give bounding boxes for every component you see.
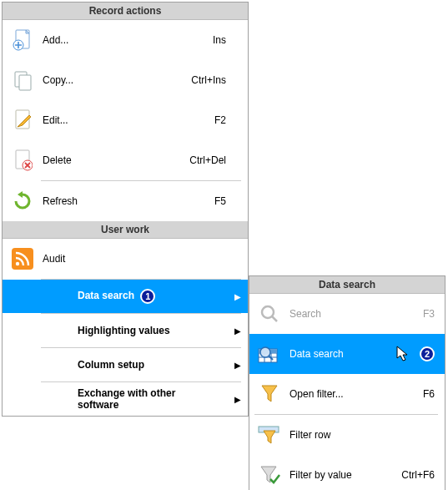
menu-label: Filter by value: [284, 469, 388, 481]
menu-label: Add...: [38, 34, 179, 46]
section-header-record: Record actions: [3, 3, 248, 20]
annotation-badge-2: 2: [388, 346, 438, 361]
menu-label: Column setup: [38, 359, 179, 371]
menu-item-search[interactable]: Search F3: [249, 294, 445, 334]
submenu-arrow-icon: ▶: [229, 292, 241, 301]
submenu-arrow-icon: ▶: [229, 395, 241, 404]
grid-magnifier-icon: [254, 343, 284, 365]
menu-item-exchange[interactable]: Exchange with other software ▶: [3, 382, 248, 416]
menu-label: Edit...: [38, 114, 179, 126]
svg-rect-3: [19, 75, 31, 90]
magnifier-icon: [254, 303, 284, 325]
main-context-menu: Record actions Add... Ins Copy... Ctrl+I…: [2, 2, 249, 417]
menu-item-filter-by-value[interactable]: Filter by value Ctrl+F6: [249, 455, 445, 490]
menu-shortcut: Ctrl+F6: [388, 469, 438, 481]
menu-item-sub-data-search[interactable]: Data search 2: [249, 334, 445, 374]
menu-shortcut: F5: [179, 195, 229, 207]
submenu-arrow-icon: ▶: [229, 326, 241, 336]
data-search-submenu: Data search Search F3 Data search 2 Open…: [249, 275, 445, 490]
menu-label: Refresh: [38, 195, 179, 207]
menu-item-copy[interactable]: Copy... Ctrl+Ins: [3, 60, 248, 100]
funnel-row-icon: [254, 424, 284, 446]
menu-shortcut: F6: [388, 388, 438, 400]
menu-shortcut: Ins: [179, 34, 229, 46]
svg-point-8: [16, 262, 19, 265]
menu-label: Data search: [284, 348, 388, 360]
menu-label: Copy...: [38, 74, 179, 86]
menu-label: Exchange with other software: [38, 387, 179, 411]
menu-shortcut: F2: [179, 114, 229, 126]
menu-item-column-setup[interactable]: Column setup ▶: [3, 348, 248, 381]
annotation-badge-1: 1: [140, 289, 155, 304]
menu-item-audit[interactable]: Audit: [3, 239, 248, 279]
funnel-check-icon: [254, 464, 284, 486]
menu-shortcut: Ctrl+Ins: [179, 74, 229, 86]
menu-label: Search: [284, 308, 388, 320]
menu-item-highlighting[interactable]: Highlighting values ▶: [3, 314, 248, 347]
menu-label: Delete: [38, 154, 179, 166]
menu-label: Data search 1: [38, 289, 179, 304]
submenu-arrow-icon: ▶: [229, 361, 241, 370]
svg-point-9: [262, 306, 274, 318]
menu-item-edit[interactable]: Edit... F2: [3, 100, 248, 140]
delete-icon: [8, 149, 38, 172]
menu-shortcut: Ctrl+Del: [179, 154, 229, 166]
section-header-user: User work: [3, 221, 248, 239]
svg-rect-7: [12, 248, 33, 270]
menu-item-data-search[interactable]: Data search 1 ▶: [3, 280, 248, 313]
menu-label: Open filter...: [284, 388, 388, 400]
section-header-datasearch: Data search: [249, 276, 445, 294]
rss-icon: [8, 248, 38, 270]
add-document-icon: [8, 28, 38, 52]
menu-label: Audit: [38, 253, 179, 265]
menu-label: Highlighting values: [38, 325, 179, 336]
menu-item-delete[interactable]: Delete Ctrl+Del: [3, 140, 248, 180]
refresh-icon: [8, 191, 38, 211]
edit-icon: [8, 109, 38, 132]
menu-item-filter-row[interactable]: Filter row: [249, 415, 445, 455]
menu-item-open-filter[interactable]: Open filter... F6: [249, 374, 445, 414]
menu-item-refresh[interactable]: Refresh F5: [3, 181, 248, 221]
funnel-icon: [254, 383, 284, 405]
menu-item-add[interactable]: Add... Ins: [3, 20, 248, 60]
copy-icon: [8, 68, 38, 92]
menu-shortcut: F3: [388, 308, 438, 320]
menu-label: Filter row: [284, 429, 388, 441]
